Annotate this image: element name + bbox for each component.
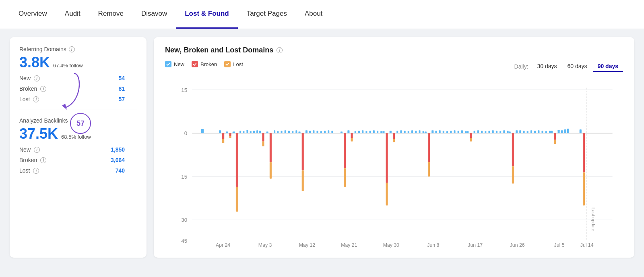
nav-item-about[interactable]: About bbox=[296, 0, 331, 29]
svg-rect-49 bbox=[386, 133, 388, 183]
svg-rect-105 bbox=[404, 131, 406, 133]
svg-rect-36 bbox=[270, 133, 272, 162]
legend-new-checkbox[interactable] bbox=[165, 61, 171, 67]
referring-domains-broken-label: Broken bbox=[19, 85, 37, 92]
legend-lost: Lost bbox=[224, 61, 243, 67]
svg-rect-107 bbox=[411, 130, 413, 133]
chart-legend: New Broken Lost bbox=[165, 61, 243, 67]
svg-rect-134 bbox=[534, 131, 536, 133]
svg-text:Last update: Last update bbox=[591, 208, 596, 231]
svg-text:0: 0 bbox=[184, 130, 187, 136]
svg-rect-43 bbox=[344, 133, 346, 168]
svg-rect-61 bbox=[509, 131, 511, 133]
svg-rect-138 bbox=[549, 131, 551, 133]
svg-rect-91 bbox=[320, 131, 322, 133]
svg-rect-129 bbox=[507, 131, 509, 133]
svg-text:30: 30 bbox=[181, 217, 187, 223]
svg-rect-24 bbox=[222, 133, 224, 139]
analyzed-backlinks-title: Analyzed Backlinks bbox=[19, 117, 68, 124]
analyzed-backlinks-follow-pct: 68.5% follow bbox=[61, 134, 91, 140]
svg-rect-38 bbox=[298, 131, 300, 133]
navigation: Overview Audit Remove Disavow Lost & Fou… bbox=[0, 0, 644, 29]
svg-rect-109 bbox=[419, 130, 420, 133]
nav-item-remove[interactable]: Remove bbox=[89, 0, 132, 29]
svg-rect-50 bbox=[386, 183, 388, 205]
svg-rect-64 bbox=[516, 130, 518, 133]
backlinks-lost-label: Lost bbox=[19, 167, 30, 174]
time-btn-90days[interactable]: 90 days bbox=[593, 61, 623, 72]
svg-rect-110 bbox=[423, 131, 424, 133]
svg-rect-101 bbox=[377, 131, 378, 133]
svg-rect-69 bbox=[561, 130, 563, 133]
svg-rect-53 bbox=[393, 139, 395, 142]
svg-rect-81 bbox=[274, 130, 275, 133]
svg-rect-131 bbox=[523, 131, 524, 133]
svg-rect-31 bbox=[236, 187, 238, 211]
svg-rect-132 bbox=[527, 131, 528, 133]
svg-rect-39 bbox=[302, 133, 304, 170]
svg-rect-86 bbox=[292, 131, 293, 133]
svg-rect-30 bbox=[236, 133, 238, 187]
svg-text:May 30: May 30 bbox=[383, 242, 399, 248]
legend-lost-checkbox[interactable] bbox=[224, 61, 231, 67]
svg-rect-26 bbox=[226, 131, 228, 133]
referring-domains-new-row: New i 54 bbox=[19, 75, 137, 81]
nav-item-overview[interactable]: Overview bbox=[10, 0, 56, 29]
svg-marker-0 bbox=[62, 104, 67, 110]
chart-info-icon[interactable]: i bbox=[277, 47, 283, 53]
svg-rect-99 bbox=[369, 131, 371, 133]
referring-domains-new-info[interactable]: i bbox=[34, 75, 40, 81]
svg-rect-102 bbox=[380, 131, 382, 133]
svg-rect-112 bbox=[439, 130, 441, 133]
svg-rect-111 bbox=[435, 131, 437, 133]
svg-rect-116 bbox=[454, 130, 455, 133]
analyzed-backlinks-info-icon[interactable]: i bbox=[70, 118, 76, 124]
backlinks-new-info[interactable]: i bbox=[34, 147, 40, 153]
svg-rect-62 bbox=[512, 133, 514, 166]
svg-rect-89 bbox=[313, 130, 314, 133]
time-btn-60days[interactable]: 60 days bbox=[563, 61, 592, 72]
time-btn-30days[interactable]: 30 days bbox=[533, 61, 562, 72]
svg-rect-123 bbox=[485, 131, 486, 133]
svg-text:May 3: May 3 bbox=[258, 242, 272, 248]
svg-rect-27 bbox=[229, 133, 231, 136]
svg-text:Jun 26: Jun 26 bbox=[510, 242, 525, 248]
svg-text:Jul 5: Jul 5 bbox=[554, 242, 565, 248]
svg-text:Jul 14: Jul 14 bbox=[580, 242, 594, 248]
nav-item-disavow[interactable]: Disavow bbox=[132, 0, 176, 29]
nav-item-audit[interactable]: Audit bbox=[56, 0, 89, 29]
right-panel: New, Broken and Lost Domains i New Broke… bbox=[154, 37, 634, 258]
svg-rect-130 bbox=[519, 130, 521, 133]
time-controls: Daily: 30 days 60 days 90 days bbox=[514, 61, 623, 72]
svg-rect-56 bbox=[428, 162, 430, 177]
svg-rect-54 bbox=[425, 131, 427, 133]
svg-rect-80 bbox=[256, 130, 258, 133]
svg-rect-125 bbox=[492, 130, 494, 133]
referring-domains-lost-value: 57 bbox=[118, 96, 137, 102]
referring-domains-title: Referring Domains bbox=[19, 46, 66, 52]
svg-rect-106 bbox=[408, 131, 409, 133]
backlinks-broken-label: Broken bbox=[19, 157, 37, 163]
nav-item-lost-found[interactable]: Lost & Found bbox=[176, 0, 238, 29]
svg-rect-76 bbox=[243, 131, 244, 133]
svg-rect-47 bbox=[351, 138, 353, 142]
svg-rect-126 bbox=[496, 131, 497, 133]
referring-domains-lost-info[interactable]: i bbox=[33, 96, 39, 102]
svg-rect-90 bbox=[317, 131, 318, 133]
svg-rect-121 bbox=[477, 130, 479, 133]
svg-rect-25 bbox=[222, 139, 224, 143]
svg-rect-122 bbox=[481, 131, 483, 133]
legend-broken-checkbox[interactable] bbox=[192, 61, 198, 67]
svg-rect-52 bbox=[393, 133, 395, 139]
backlinks-broken-info[interactable]: i bbox=[40, 157, 46, 163]
nav-item-target-pages[interactable]: Target Pages bbox=[238, 0, 296, 29]
main-content: Referring Domains i 3.8K 67.4% follow Ne… bbox=[0, 29, 644, 266]
legend-broken: Broken bbox=[192, 61, 217, 67]
referring-domains-lost-label: Lost bbox=[19, 96, 30, 102]
backlinks-lost-info[interactable]: i bbox=[33, 168, 39, 174]
svg-rect-115 bbox=[450, 131, 452, 133]
referring-domains-broken-info[interactable]: i bbox=[40, 86, 46, 92]
backlinks-new-row: New i 1,850 bbox=[19, 146, 137, 153]
referring-domains-info-icon[interactable]: i bbox=[69, 46, 75, 52]
svg-rect-128 bbox=[503, 130, 505, 133]
